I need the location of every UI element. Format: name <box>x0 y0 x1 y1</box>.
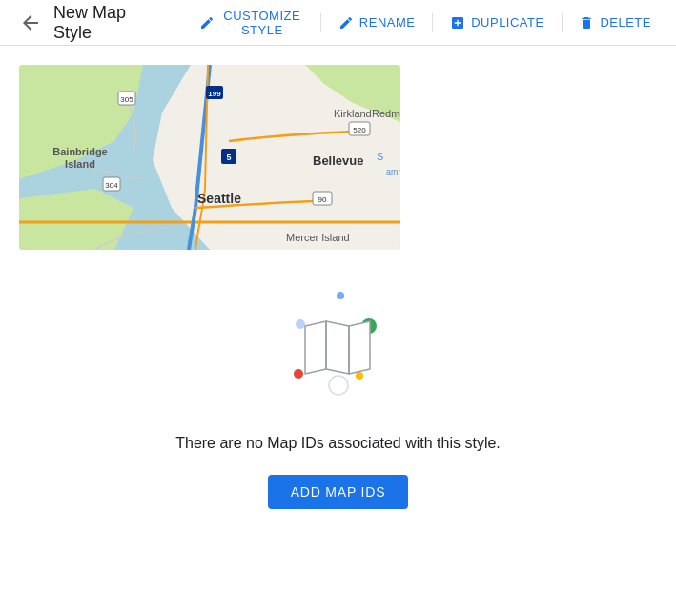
divider-3 <box>562 13 563 32</box>
svg-text:520: 520 <box>353 126 366 134</box>
svg-text:Seattle: Seattle <box>197 191 241 206</box>
svg-text:S: S <box>377 151 383 162</box>
header-actions: CUSTOMIZE STYLE RENAME DUPLICATE DELETE <box>190 3 661 43</box>
divider-1 <box>320 13 321 32</box>
customize-icon <box>199 15 215 31</box>
svg-point-32 <box>337 292 344 299</box>
svg-text:5: 5 <box>226 153 231 162</box>
delete-button[interactable]: DELETE <box>569 10 661 36</box>
duplicate-label: DUPLICATE <box>471 15 544 30</box>
svg-text:90: 90 <box>318 195 327 204</box>
delete-icon <box>579 15 594 31</box>
svg-text:305: 305 <box>120 95 133 104</box>
svg-text:Bellevue: Bellevue <box>313 154 363 168</box>
rename-button[interactable]: RENAME <box>329 10 425 36</box>
no-map-ids-message: There are no Map IDs associated with thi… <box>175 435 501 452</box>
back-arrow-icon <box>19 11 42 34</box>
divider-2 <box>432 13 433 32</box>
customize-style-button[interactable]: CUSTOMIZE STYLE <box>190 3 313 43</box>
add-map-ids-button[interactable]: ADD MAP IDS <box>268 475 409 509</box>
duplicate-button[interactable]: DUPLICATE <box>440 10 554 36</box>
svg-text:amm: amm <box>386 167 400 176</box>
svg-text:Mercer Island: Mercer Island <box>286 232 350 243</box>
svg-text:Kirkland: Kirkland <box>334 108 372 119</box>
delete-label: DELETE <box>600 15 651 30</box>
svg-point-38 <box>329 376 348 395</box>
map-preview: 5 199 305 304 160 520 90 Bainbridge Isla… <box>19 65 400 250</box>
svg-point-34 <box>296 319 305 329</box>
empty-state: There are no Map IDs associated with thi… <box>19 250 657 528</box>
svg-point-37 <box>356 372 363 380</box>
svg-text:Redmond: Redmond <box>372 108 400 119</box>
main-content: 5 199 305 304 160 520 90 Bainbridge Isla… <box>0 46 676 547</box>
customize-label: CUSTOMIZE STYLE <box>220 9 303 37</box>
back-button[interactable] <box>15 8 46 38</box>
svg-text:Bainbridge: Bainbridge <box>52 146 107 157</box>
app-header: New Map Style CUSTOMIZE STYLE RENAME DUP… <box>0 0 676 46</box>
svg-text:304: 304 <box>105 181 118 190</box>
page-title: New Map Style <box>53 3 159 43</box>
svg-point-36 <box>294 369 303 379</box>
duplicate-icon <box>450 15 465 31</box>
rename-label: RENAME <box>359 15 416 30</box>
svg-text:199: 199 <box>208 90 221 98</box>
rename-icon <box>338 15 354 31</box>
empty-illustration <box>281 288 396 412</box>
svg-text:Island: Island <box>65 158 95 170</box>
map-image: 5 199 305 304 160 520 90 Bainbridge Isla… <box>19 65 400 250</box>
